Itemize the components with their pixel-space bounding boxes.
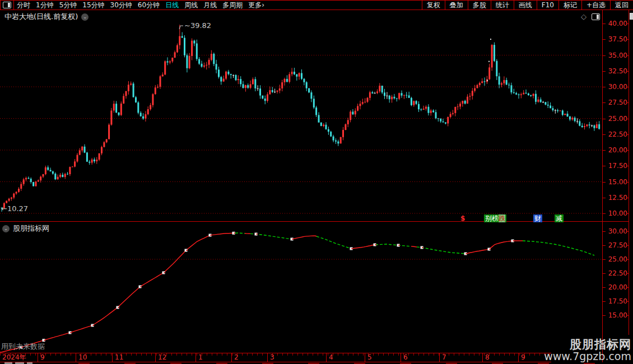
axis-tick-label: 17.50: [606, 297, 627, 305]
high-price-annotation: ~39.82: [184, 21, 211, 30]
axis-tick: [602, 273, 606, 274]
tools-menu-item[interactable]: 多股: [468, 1, 491, 10]
period-menubar: 分时1分钟5分钟15分钟30分钟60分钟日线周线月线多周期更多› 复权叠加多股统…: [0, 0, 633, 10]
axis-tick: [602, 231, 606, 232]
tools-menu-item[interactable]: F10: [537, 1, 558, 10]
axis-tick: [626, 259, 629, 260]
axis-tick-label: 35.00: [606, 52, 627, 59]
axis-tick: [602, 55, 606, 56]
axis-tick: [602, 119, 606, 119]
tools-menu-item[interactable]: +自选: [581, 1, 610, 10]
low-price-annotation: ←10.27: [1, 204, 28, 213]
timeline-month-cell: 7: [439, 353, 482, 362]
axis-tick: [602, 198, 606, 198]
chart-title-row: 中岩大地(日线.前复权) ⌄: [4, 12, 89, 22]
tools-menu-item[interactable]: 返回: [610, 1, 633, 10]
axis-tick-label: 12.50: [606, 194, 627, 202]
axis-tick: [626, 182, 629, 183]
indicator-title: 股朋指标网: [13, 223, 49, 234]
period-menu-item[interactable]: 30分钟: [108, 1, 135, 10]
axis-tick: [626, 315, 629, 316]
axis-right-border: [629, 10, 629, 335]
axis-tick-label: 22.50: [606, 269, 627, 277]
axis-tick: [626, 39, 629, 40]
period-menu-item[interactable]: 5分钟: [57, 1, 80, 10]
axis-tick: [602, 287, 606, 288]
axis-tick-label: 25.00: [606, 255, 627, 263]
timeline-month-cell: 10: [76, 353, 112, 362]
axis-tick-label: 22.50: [606, 130, 627, 138]
axis-tick-label: 40.00: [606, 20, 627, 27]
axis-tick-label: 27.50: [606, 241, 627, 249]
future-data-warning: 用到未来数据: [1, 342, 45, 352]
green-signal-label-2: 减: [555, 214, 564, 222]
axis-tick-label: 20.00: [606, 283, 627, 291]
axis-tick: [602, 182, 606, 183]
axis-tick: [626, 71, 629, 72]
timeline-month-cell: 12: [155, 353, 196, 362]
period-menu-item[interactable]: 周线: [181, 1, 201, 10]
scrollbar-top-icon[interactable]: [630, 13, 633, 20]
timeline-month-cell: 1: [196, 353, 231, 362]
axis-tick: [626, 287, 629, 288]
axis-tick-label: 27.50: [606, 99, 627, 106]
axis-tick: [626, 301, 629, 302]
timeline-year-cell: 2024年: [0, 353, 38, 362]
tools-menu-item[interactable]: 标记: [558, 1, 581, 10]
split-window-icon: [3, 2, 11, 8]
axis-tick: [602, 166, 606, 166]
axis-tick-label: 10.00: [606, 209, 627, 217]
axis-tick: [602, 71, 606, 72]
axis-tick-label: 17.50: [606, 162, 627, 170]
axis-left-border: [602, 10, 603, 362]
axis-tick-label: 37.50: [606, 35, 627, 43]
signal-label-row: $ 别榜跌 财 减: [0, 214, 604, 222]
axis-tick: [626, 102, 629, 103]
timeline-month-cell: 9: [38, 353, 76, 362]
period-menu: 分时1分钟5分钟15分钟30分钟60分钟日线周线月线多周期更多›: [14, 1, 267, 10]
chart-canvas[interactable]: [0, 0, 633, 364]
timeline-month-cell: 11: [112, 353, 155, 362]
axis-tick: [602, 245, 606, 246]
axis-tick: [626, 198, 629, 198]
axis-tick: [626, 213, 629, 214]
period-menu-item[interactable]: 15分钟: [80, 1, 107, 10]
period-menu-item[interactable]: 月线: [201, 1, 220, 10]
axis-tick: [602, 301, 606, 302]
diamond-icon[interactable]: ◇: [581, 12, 587, 21]
period-menu-item[interactable]: 多周期: [220, 1, 245, 10]
period-menu-item[interactable]: 分时: [14, 1, 33, 10]
panel-icon[interactable]: [592, 13, 600, 20]
axis-tick: [602, 87, 606, 87]
indicator-header: ⌄ 股朋指标网: [2, 223, 49, 234]
tools-menu-item[interactable]: 画线: [514, 1, 537, 10]
blue-signal-label: 财: [533, 214, 542, 222]
chart-header-icons: ◇: [581, 12, 600, 21]
axis-tick: [602, 39, 606, 40]
chevron-down-icon[interactable]: ⌄: [81, 13, 89, 21]
tools-menu: 复权叠加多股统计画线F10标记+自选返回: [422, 1, 633, 10]
axis-tick: [626, 166, 629, 166]
axis-tick: [626, 134, 629, 135]
period-menu-item[interactable]: 60分钟: [135, 1, 162, 10]
axis-tick-label: 25.00: [606, 115, 627, 123]
chevron-down-icon[interactable]: ⌄: [2, 225, 10, 232]
axis-tick: [626, 87, 629, 87]
axis-tick-label: 20.00: [606, 146, 627, 154]
axis-tick: [626, 273, 629, 274]
axis-tick: [602, 102, 606, 103]
axis-tick-label: 32.50: [606, 67, 627, 75]
window-layout-button[interactable]: [0, 1, 14, 10]
watermark-url: www.7gpzb.com: [544, 350, 631, 362]
tools-menu-item[interactable]: 统计: [491, 1, 514, 10]
green-signal-label: 别榜跌: [484, 214, 506, 222]
period-menu-item[interactable]: 1分钟: [33, 1, 57, 10]
timeline-month-cell: 5: [365, 353, 401, 362]
axis-tick-label: 30.00: [606, 227, 627, 235]
tools-menu-item[interactable]: 复权: [422, 1, 445, 10]
tools-menu-item[interactable]: 叠加: [445, 1, 468, 10]
timeline-month-cell: 3: [267, 353, 326, 362]
period-menu-item[interactable]: 更多›: [245, 1, 267, 10]
period-menu-item[interactable]: 日线: [162, 1, 181, 10]
axis-tick: [626, 245, 629, 246]
